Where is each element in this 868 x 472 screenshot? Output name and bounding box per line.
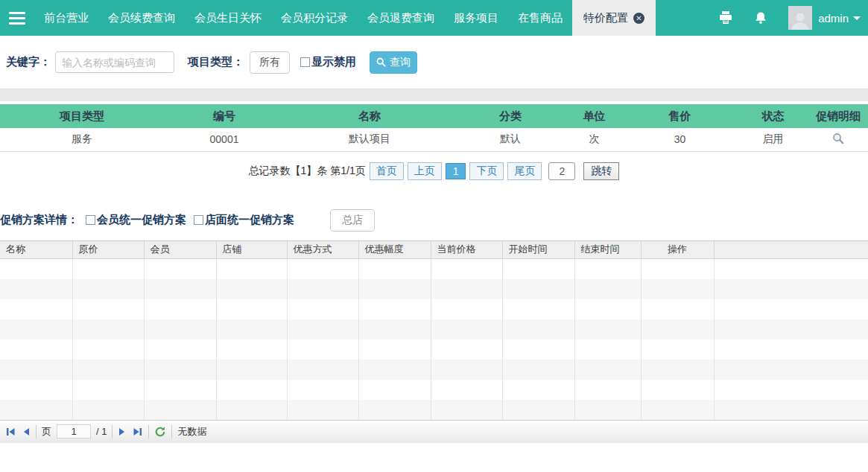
tab-close-icon[interactable]: ✕ bbox=[633, 13, 644, 24]
main-menu: 前台营业 会员续费查询 会员生日关怀 会员积分记录 会员退费查询 服务项目 在售… bbox=[34, 0, 572, 36]
member-unified-promo-checkbox-wrap[interactable]: 会员统一促销方案 bbox=[86, 213, 186, 227]
keyword-label: 关键字： bbox=[6, 55, 51, 69]
tab-label: 特价配置 bbox=[583, 11, 628, 25]
first-page-icon[interactable] bbox=[5, 427, 16, 437]
empty-row bbox=[0, 400, 868, 420]
tab-special-price-config[interactable]: 特价配置 ✕ bbox=[572, 0, 656, 36]
menu-item-products-on-sale[interactable]: 在售商品 bbox=[508, 0, 572, 36]
promo-table-wrap: 名称 原价 会员 店铺 优惠方式 优惠幅度 当前价格 开始时间 结束时间 操作 bbox=[0, 240, 868, 420]
last-page-icon[interactable] bbox=[132, 427, 143, 437]
search-button-label: 查询 bbox=[390, 56, 411, 69]
empty-row bbox=[0, 380, 868, 400]
no-data-status: 无数据 bbox=[177, 425, 206, 438]
show-disabled-checkbox[interactable] bbox=[300, 57, 310, 67]
col-actions: 操作 bbox=[641, 241, 714, 259]
footer-page-input[interactable] bbox=[57, 424, 91, 438]
top-navigation-bar: 前台营业 会员续费查询 会员生日关怀 会员积分记录 会员退费查询 服务项目 在售… bbox=[0, 0, 868, 36]
items-pagination: 总记录数【1】条 第1/1页 首页 上页 1 下页 尾页 跳转 bbox=[0, 162, 868, 181]
chevron-down-icon bbox=[853, 16, 861, 20]
col-code: 编号 bbox=[164, 104, 285, 128]
member-unified-promo-label: 会员统一促销方案 bbox=[97, 213, 186, 227]
col-name: 名称 bbox=[285, 104, 454, 128]
jump-button[interactable]: 跳转 bbox=[583, 162, 619, 180]
menu-item-refund-query[interactable]: 会员退费查询 bbox=[358, 0, 444, 36]
promo-table-body bbox=[0, 259, 868, 420]
refresh-icon[interactable] bbox=[154, 426, 166, 438]
promo-plan-section: 促销方案详情： 会员统一促销方案 店面统一促销方案 总店 bbox=[0, 209, 868, 232]
col-status: 状态 bbox=[738, 104, 808, 128]
store-unified-promo-label: 店面统一促销方案 bbox=[205, 213, 294, 227]
item-type-select-button[interactable]: 所有 bbox=[250, 51, 290, 74]
col-category: 分类 bbox=[454, 104, 566, 128]
search-filter-bar: 关键字： 项目类型： 所有 显示禁用 查询 bbox=[0, 36, 868, 89]
empty-row bbox=[0, 360, 868, 380]
cell-unit: 次 bbox=[566, 128, 622, 151]
col-promo-detail: 促销明细 bbox=[808, 104, 868, 128]
promo-table-header-row: 名称 原价 会员 店铺 优惠方式 优惠幅度 当前价格 开始时间 结束时间 操作 bbox=[0, 241, 868, 259]
empty-row bbox=[0, 279, 868, 299]
first-page-button[interactable]: 首页 bbox=[370, 162, 404, 180]
cell-name: 默认项目 bbox=[285, 128, 454, 151]
menu-item-front-desk[interactable]: 前台营业 bbox=[34, 0, 98, 36]
footer-page-total: / 1 bbox=[96, 426, 107, 437]
promo-section-title: 促销方案详情： bbox=[0, 213, 78, 227]
topbar-actions: admin bbox=[708, 0, 868, 36]
head-store-button[interactable]: 总店 bbox=[330, 209, 375, 232]
empty-row bbox=[0, 259, 868, 279]
toolbar-separator bbox=[148, 425, 149, 438]
pagination-summary: 总记录数【1】条 第1/1页 bbox=[249, 165, 366, 178]
topbar-spacer bbox=[656, 0, 708, 36]
next-page-button[interactable]: 下页 bbox=[469, 162, 504, 180]
item-type-label: 项目类型： bbox=[188, 55, 244, 69]
promo-table: 名称 原价 会员 店铺 优惠方式 优惠幅度 当前价格 开始时间 结束时间 操作 bbox=[0, 241, 868, 420]
col-price: 售价 bbox=[622, 104, 738, 128]
store-unified-promo-checkbox-wrap[interactable]: 店面统一促销方案 bbox=[194, 213, 294, 227]
jump-page-input[interactable] bbox=[548, 162, 575, 180]
col-store: 店铺 bbox=[216, 241, 287, 259]
toolbar-separator bbox=[171, 425, 172, 438]
hamburger-menu-icon[interactable] bbox=[0, 0, 34, 36]
store-unified-promo-checkbox[interactable] bbox=[194, 215, 203, 225]
notifications-bell-icon[interactable] bbox=[744, 11, 778, 25]
promo-detail-magnifier-icon[interactable] bbox=[808, 128, 868, 151]
empty-row bbox=[0, 299, 868, 319]
table-row[interactable]: 服务 00001 默认项目 默认 次 30 启用 bbox=[0, 128, 868, 151]
cell-category: 默认 bbox=[454, 128, 566, 151]
footer-page-label: 页 bbox=[42, 425, 51, 438]
items-table: 项目类型 编号 名称 分类 单位 售价 状态 促销明细 服务 00001 默认项… bbox=[0, 104, 868, 152]
search-button[interactable]: 查询 bbox=[370, 51, 417, 74]
user-avatar[interactable] bbox=[788, 6, 812, 30]
cell-price: 30 bbox=[622, 128, 738, 151]
print-icon[interactable] bbox=[708, 11, 744, 25]
empty-row bbox=[0, 319, 868, 339]
cell-code: 00001 bbox=[164, 128, 285, 151]
col-current-price: 当前价格 bbox=[431, 241, 502, 259]
toolbar-separator bbox=[36, 425, 37, 438]
next-page-icon[interactable] bbox=[118, 427, 127, 437]
menu-item-service-items[interactable]: 服务项目 bbox=[444, 0, 508, 36]
prev-page-icon[interactable] bbox=[22, 427, 31, 437]
col-unit: 单位 bbox=[566, 104, 622, 128]
menu-item-renewal-query[interactable]: 会员续费查询 bbox=[98, 0, 185, 36]
menu-item-birthday-care[interactable]: 会员生日关怀 bbox=[185, 0, 271, 36]
member-unified-promo-checkbox[interactable] bbox=[86, 215, 95, 225]
col-discount-method: 优惠方式 bbox=[287, 241, 358, 259]
show-disabled-checkbox-wrap[interactable]: 显示禁用 bbox=[300, 55, 356, 69]
col-member: 会员 bbox=[144, 241, 216, 259]
menu-item-points-record[interactable]: 会员积分记录 bbox=[271, 0, 358, 36]
current-page-button[interactable]: 1 bbox=[446, 163, 466, 179]
last-page-button[interactable]: 尾页 bbox=[507, 162, 542, 180]
promo-table-pager: 页 / 1 无数据 bbox=[0, 420, 868, 443]
col-original-price: 原价 bbox=[72, 241, 144, 259]
col-end-time: 结束时间 bbox=[574, 241, 641, 259]
col-promo-name: 名称 bbox=[0, 241, 72, 259]
cell-item-type: 服务 bbox=[0, 128, 164, 151]
username: admin bbox=[818, 12, 849, 25]
prev-page-button[interactable]: 上页 bbox=[408, 162, 442, 180]
show-disabled-label: 显示禁用 bbox=[311, 55, 356, 69]
items-table-header-row: 项目类型 编号 名称 分类 单位 售价 状态 促销明细 bbox=[0, 104, 868, 128]
user-menu[interactable]: admin bbox=[818, 12, 861, 25]
keyword-input[interactable] bbox=[55, 51, 174, 73]
col-filler bbox=[714, 241, 868, 259]
empty-row bbox=[0, 339, 868, 360]
